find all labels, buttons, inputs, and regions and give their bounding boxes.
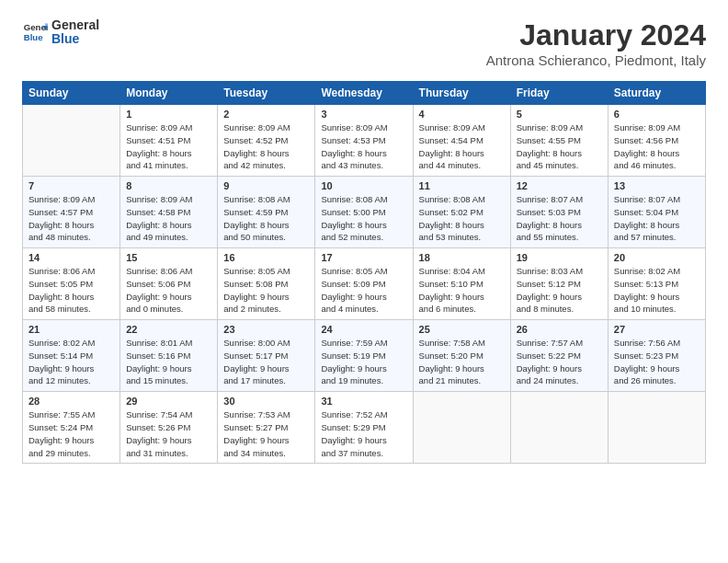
- calendar-cell: 5Sunrise: 8:09 AM Sunset: 4:55 PM Daylig…: [510, 105, 608, 177]
- logo-general: General: [51, 18, 99, 32]
- day-info: Sunrise: 8:02 AM Sunset: 5:13 PM Dayligh…: [614, 265, 700, 316]
- day-number: 15: [126, 252, 211, 263]
- day-number: 19: [517, 252, 602, 263]
- day-info: Sunrise: 8:07 AM Sunset: 5:03 PM Dayligh…: [517, 193, 602, 244]
- calendar-cell: 24Sunrise: 7:59 AM Sunset: 5:19 PM Dayli…: [315, 320, 413, 392]
- day-number: 1: [126, 109, 211, 120]
- calendar-cell: 7Sunrise: 8:09 AM Sunset: 4:57 PM Daylig…: [23, 177, 120, 248]
- day-info: Sunrise: 7:52 AM Sunset: 5:29 PM Dayligh…: [321, 408, 406, 459]
- day-number: 10: [321, 180, 406, 191]
- day-number: 14: [28, 252, 114, 263]
- calendar-cell: 17Sunrise: 8:05 AM Sunset: 5:09 PM Dayli…: [315, 248, 413, 320]
- calendar-cell: [23, 105, 120, 177]
- weekday-thursday: Thursday: [413, 82, 510, 105]
- day-number: 7: [28, 180, 114, 191]
- day-number: 21: [28, 324, 114, 335]
- day-number: 18: [419, 252, 505, 263]
- day-number: 28: [28, 396, 114, 407]
- day-number: 12: [517, 180, 602, 191]
- day-number: 4: [419, 109, 505, 120]
- day-number: 16: [223, 252, 309, 263]
- week-row-3: 14Sunrise: 8:06 AM Sunset: 5:05 PM Dayli…: [23, 248, 706, 320]
- calendar-cell: 2Sunrise: 8:09 AM Sunset: 4:52 PM Daylig…: [218, 105, 315, 177]
- day-number: 26: [517, 324, 602, 335]
- calendar-cell: 16Sunrise: 8:05 AM Sunset: 5:08 PM Dayli…: [218, 248, 315, 320]
- calendar-cell: 19Sunrise: 8:03 AM Sunset: 5:12 PM Dayli…: [510, 248, 608, 320]
- calendar-cell: [510, 392, 608, 464]
- day-number: 11: [419, 180, 505, 191]
- day-number: 13: [614, 180, 700, 191]
- day-info: Sunrise: 8:09 AM Sunset: 4:58 PM Dayligh…: [126, 193, 211, 244]
- day-number: 27: [614, 324, 700, 335]
- calendar-cell: 26Sunrise: 7:57 AM Sunset: 5:22 PM Dayli…: [510, 320, 608, 392]
- header: General Blue General Blue January 2024 A…: [22, 18, 706, 68]
- calendar-cell: 22Sunrise: 8:01 AM Sunset: 5:16 PM Dayli…: [120, 320, 218, 392]
- calendar-cell: 9Sunrise: 8:08 AM Sunset: 4:59 PM Daylig…: [218, 177, 315, 248]
- day-info: Sunrise: 7:55 AM Sunset: 5:24 PM Dayligh…: [28, 408, 114, 459]
- logo-blue: Blue: [51, 32, 99, 46]
- day-info: Sunrise: 8:05 AM Sunset: 5:09 PM Dayligh…: [321, 265, 406, 316]
- calendar-cell: 3Sunrise: 8:09 AM Sunset: 4:53 PM Daylig…: [315, 105, 413, 177]
- calendar-cell: 10Sunrise: 8:08 AM Sunset: 5:00 PM Dayli…: [315, 177, 413, 248]
- week-row-1: 1Sunrise: 8:09 AM Sunset: 4:51 PM Daylig…: [23, 105, 706, 177]
- day-number: 17: [321, 252, 406, 263]
- day-info: Sunrise: 8:05 AM Sunset: 5:08 PM Dayligh…: [223, 265, 309, 316]
- day-info: Sunrise: 8:09 AM Sunset: 4:53 PM Dayligh…: [321, 121, 406, 172]
- calendar-cell: [413, 392, 510, 464]
- logo: General Blue General Blue: [22, 18, 99, 47]
- day-info: Sunrise: 8:08 AM Sunset: 4:59 PM Dayligh…: [223, 193, 309, 244]
- calendar-cell: 23Sunrise: 8:00 AM Sunset: 5:17 PM Dayli…: [218, 320, 315, 392]
- day-info: Sunrise: 8:09 AM Sunset: 4:52 PM Dayligh…: [223, 121, 309, 172]
- day-number: 25: [419, 324, 505, 335]
- calendar-cell: 20Sunrise: 8:02 AM Sunset: 5:13 PM Dayli…: [608, 248, 705, 320]
- day-number: 6: [614, 109, 700, 120]
- calendar-cell: 29Sunrise: 7:54 AM Sunset: 5:26 PM Dayli…: [120, 392, 218, 464]
- day-number: 24: [321, 324, 406, 335]
- day-number: 31: [321, 396, 406, 407]
- day-number: 20: [614, 252, 700, 263]
- day-number: 29: [126, 396, 211, 407]
- day-info: Sunrise: 8:00 AM Sunset: 5:17 PM Dayligh…: [223, 337, 309, 387]
- day-info: Sunrise: 8:04 AM Sunset: 5:10 PM Dayligh…: [419, 265, 505, 316]
- day-info: Sunrise: 8:07 AM Sunset: 5:04 PM Dayligh…: [614, 193, 700, 244]
- day-number: 3: [321, 109, 406, 120]
- calendar-cell: 12Sunrise: 8:07 AM Sunset: 5:03 PM Dayli…: [510, 177, 608, 248]
- day-info: Sunrise: 8:06 AM Sunset: 5:06 PM Dayligh…: [126, 265, 211, 316]
- calendar-cell: 27Sunrise: 7:56 AM Sunset: 5:23 PM Dayli…: [608, 320, 705, 392]
- weekday-header-row: SundayMondayTuesdayWednesdayThursdayFrid…: [23, 82, 706, 105]
- day-info: Sunrise: 8:09 AM Sunset: 4:55 PM Dayligh…: [517, 121, 602, 172]
- title-block: January 2024 Antrona Schieranco, Piedmon…: [486, 18, 706, 68]
- weekday-tuesday: Tuesday: [218, 82, 315, 105]
- day-info: Sunrise: 8:08 AM Sunset: 5:02 PM Dayligh…: [419, 193, 505, 244]
- calendar-cell: 18Sunrise: 8:04 AM Sunset: 5:10 PM Dayli…: [413, 248, 510, 320]
- day-info: Sunrise: 8:09 AM Sunset: 4:51 PM Dayligh…: [126, 121, 211, 172]
- day-info: Sunrise: 7:58 AM Sunset: 5:20 PM Dayligh…: [419, 337, 505, 387]
- calendar-cell: 13Sunrise: 8:07 AM Sunset: 5:04 PM Dayli…: [608, 177, 705, 248]
- day-info: Sunrise: 8:06 AM Sunset: 5:05 PM Dayligh…: [28, 265, 114, 316]
- month-title: January 2024: [486, 18, 706, 52]
- calendar-cell: 28Sunrise: 7:55 AM Sunset: 5:24 PM Dayli…: [23, 392, 120, 464]
- calendar-cell: 14Sunrise: 8:06 AM Sunset: 5:05 PM Dayli…: [23, 248, 120, 320]
- calendar-cell: 31Sunrise: 7:52 AM Sunset: 5:29 PM Dayli…: [315, 392, 413, 464]
- calendar-table: SundayMondayTuesdayWednesdayThursdayFrid…: [22, 81, 706, 464]
- day-info: Sunrise: 8:09 AM Sunset: 4:56 PM Dayligh…: [614, 121, 700, 172]
- day-number: 23: [223, 324, 309, 335]
- weekday-friday: Friday: [510, 82, 608, 105]
- day-info: Sunrise: 7:53 AM Sunset: 5:27 PM Dayligh…: [223, 408, 309, 459]
- day-info: Sunrise: 8:01 AM Sunset: 5:16 PM Dayligh…: [126, 337, 211, 387]
- calendar-cell: 21Sunrise: 8:02 AM Sunset: 5:14 PM Dayli…: [23, 320, 120, 392]
- day-info: Sunrise: 7:54 AM Sunset: 5:26 PM Dayligh…: [126, 408, 211, 459]
- calendar-cell: 15Sunrise: 8:06 AM Sunset: 5:06 PM Dayli…: [120, 248, 218, 320]
- calendar-cell: 8Sunrise: 8:09 AM Sunset: 4:58 PM Daylig…: [120, 177, 218, 248]
- day-info: Sunrise: 7:56 AM Sunset: 5:23 PM Dayligh…: [614, 337, 700, 387]
- day-info: Sunrise: 7:59 AM Sunset: 5:19 PM Dayligh…: [321, 337, 406, 387]
- day-number: 8: [126, 180, 211, 191]
- weekday-monday: Monday: [120, 82, 218, 105]
- day-number: 22: [126, 324, 211, 335]
- day-number: 30: [223, 396, 309, 407]
- calendar-cell: 4Sunrise: 8:09 AM Sunset: 4:54 PM Daylig…: [413, 105, 510, 177]
- svg-text:Blue: Blue: [24, 32, 43, 42]
- week-row-4: 21Sunrise: 8:02 AM Sunset: 5:14 PM Dayli…: [23, 320, 706, 392]
- calendar-cell: 1Sunrise: 8:09 AM Sunset: 4:51 PM Daylig…: [120, 105, 218, 177]
- day-number: 9: [223, 180, 309, 191]
